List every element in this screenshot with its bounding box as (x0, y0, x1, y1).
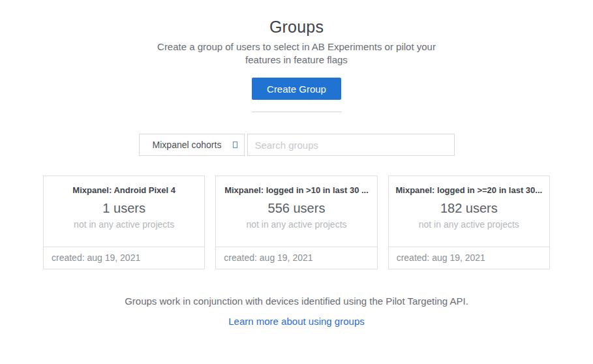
group-card-users-count: 1 users (50, 201, 198, 216)
group-card-status: not in any active projects (395, 219, 543, 230)
filters-row: Mixpanel cohorts (139, 134, 455, 156)
group-card-title: Mixpanel: Android Pixel 4 (50, 185, 198, 195)
create-group-button[interactable]: Create Group (252, 78, 341, 100)
group-cards-row: Mixpanel: Android Pixel 4 1 users not in… (43, 175, 550, 269)
group-card[interactable]: Mixpanel: logged in >=20 in last 30... 1… (388, 175, 550, 269)
group-card-title: Mixpanel: logged in >10 in last 30 ... (222, 185, 370, 195)
group-card-title: Mixpanel: logged in >=20 in last 30... (395, 185, 543, 195)
group-card-status: not in any active projects (222, 219, 370, 230)
group-card-body: Mixpanel: Android Pixel 4 1 users not in… (44, 176, 204, 247)
group-card-created: created: aug 19, 2021 (44, 247, 204, 269)
page-subtitle: Create a group of users to select in AB … (157, 40, 437, 67)
group-card-status: not in any active projects (50, 219, 198, 230)
dropdown-box-icon (233, 142, 237, 148)
header-divider (252, 112, 342, 112)
cohort-source-select[interactable]: Mixpanel cohorts (139, 134, 245, 156)
groups-page: Groups Create a group of users to select… (0, 0, 593, 364)
group-card-created: created: aug 19, 2021 (216, 247, 376, 269)
group-card-body: Mixpanel: logged in >10 in last 30 ... 5… (216, 176, 376, 247)
learn-more-link[interactable]: Learn more about using groups (228, 316, 364, 327)
group-card-users-count: 182 users (395, 201, 543, 216)
group-card[interactable]: Mixpanel: logged in >10 in last 30 ... 5… (215, 175, 377, 269)
page-title: Groups (269, 18, 324, 37)
group-card[interactable]: Mixpanel: Android Pixel 4 1 users not in… (43, 175, 205, 269)
group-card-users-count: 556 users (222, 201, 370, 216)
group-card-created: created: aug 19, 2021 (389, 247, 549, 269)
search-input[interactable] (247, 134, 455, 156)
group-card-body: Mixpanel: logged in >=20 in last 30... 1… (389, 176, 549, 247)
footer-note: Groups work in conjunction with devices … (125, 296, 468, 307)
cohort-source-select-label: Mixpanel cohorts (153, 140, 231, 150)
